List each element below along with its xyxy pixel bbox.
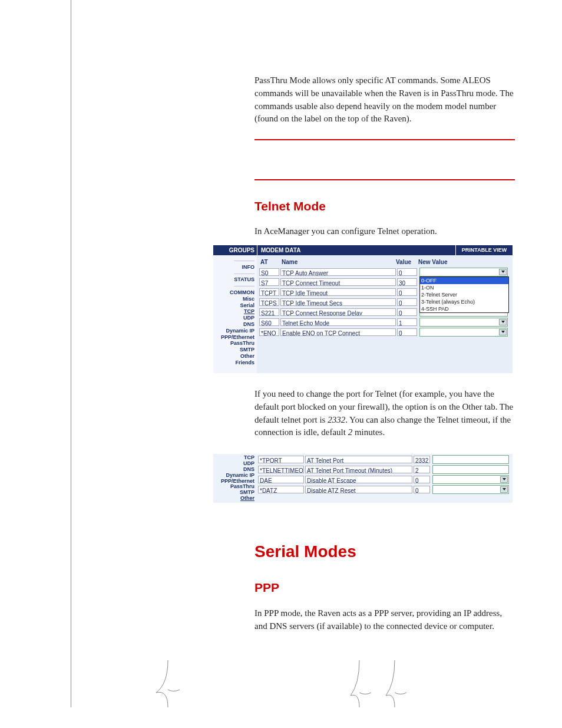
acemanager-screenshot-tcp: GROUPS MODEM DATA PRINTABLE VIEW -------… [213, 245, 513, 373]
at-cell: S0 [259, 268, 279, 276]
nav-common[interactable]: COMMON [213, 289, 254, 296]
at-cell: TCPS [259, 298, 279, 306]
telnet-paragraph-1: In AceManager you can configure Telnet o… [254, 225, 515, 238]
dropdown-option[interactable]: 4-SSH PAD [420, 305, 508, 312]
new-value-select[interactable] [432, 485, 509, 494]
value-cell: 2332 [414, 456, 430, 463]
dropdown-option[interactable]: 3-Telnet (always Echo) [420, 298, 508, 305]
col-new-value: New Value [418, 259, 508, 265]
column-headers: AT Name Value New Value [259, 258, 508, 268]
value-cell: 0 [414, 486, 430, 493]
nav-divider: -------------- [213, 258, 254, 264]
name-cell: TCP Auto Answer [280, 268, 396, 276]
at-cell: S221 [259, 308, 279, 316]
dropdown-option[interactable]: 1-ON [420, 284, 508, 291]
new-value-select[interactable] [432, 475, 509, 484]
new-value-select[interactable] [419, 318, 508, 327]
nav-other[interactable]: Other [213, 353, 254, 360]
nav-smtp[interactable]: SMTP [213, 347, 254, 353]
table-row: *TELNETTIMEOUTAT Telnet Port Timeout (Mi… [258, 465, 509, 474]
printable-view-link[interactable]: PRINTABLE VIEW [456, 245, 513, 255]
nav-serial[interactable]: Serial [213, 302, 254, 309]
name-cell: Telnet Echo Mode [280, 318, 396, 326]
name-cell: TCP Idle Timeout Secs [280, 298, 396, 306]
dropdown-option[interactable]: 0-OFF [420, 277, 508, 284]
nav-divider: -------------- [213, 271, 254, 277]
name-cell: AT Telnet Port [305, 456, 412, 463]
col-name: Name [282, 259, 396, 265]
at-cell: *TPORT [258, 456, 304, 463]
new-value-select[interactable] [419, 268, 508, 276]
nav-info[interactable]: INFO [213, 264, 254, 271]
modem-data-header: MODEM DATA [257, 245, 456, 255]
at-cell: TCPT [259, 288, 279, 296]
name-cell: TCP Idle Timeout [280, 288, 396, 296]
decorative-curve [383, 660, 424, 707]
table-row: *TPORTAT Telnet Port2332 [258, 455, 509, 464]
nav-passthru[interactable]: PassThru [213, 340, 254, 347]
table-row: DAEDisable AT Escape0 [258, 475, 509, 484]
nav-status[interactable]: STATUS [213, 276, 254, 283]
table-row: *ENQEnable ENQ on TCP Connect0 [259, 328, 508, 337]
table-row: *DATZDisable ATZ Reset0 [258, 485, 509, 494]
name-cell: TCP Connect Timeout [280, 278, 396, 286]
new-value-input[interactable] [432, 465, 509, 474]
nav-tcp[interactable]: TCP [213, 308, 254, 315]
new-value-input[interactable] [432, 455, 509, 464]
ppp-paragraph: In PPP mode, the Raven acts as a PPP ser… [254, 607, 515, 633]
at-cell: *TELNETTIMEOUT [258, 466, 304, 473]
dropdown-option[interactable]: 2-Telnet Server [420, 291, 508, 298]
value-cell: 2 [414, 466, 430, 473]
value-cell: 0 [397, 268, 417, 276]
name-cell: Enable ENQ on TCP Connect [280, 328, 396, 336]
dropdown-list[interactable]: 0-OFF1-ON2-Telnet Server3-Telnet (always… [419, 276, 509, 313]
nav-udp[interactable]: UDP [213, 315, 254, 321]
intro-paragraph: PassThru Mode allows only specific AT co… [254, 74, 515, 126]
groups-header: GROUPS [213, 245, 257, 255]
acemanager-screenshot-other: TCP UDP DNS Dynamic IP PPP/Ethernet Pass… [213, 454, 513, 503]
at-cell: *DATZ [258, 486, 304, 493]
table-row: S60Telnet Echo Mode1 [259, 318, 508, 327]
table-row: S0TCP Auto Answer0 [259, 268, 508, 276]
heading-serial-modes: Serial Modes [254, 542, 356, 561]
red-rule [254, 139, 515, 140]
at-cell: DAE [258, 476, 304, 483]
decorative-curve [150, 660, 186, 707]
value-cell: 30 [397, 278, 417, 286]
name-cell: Disable ATZ Reset [305, 486, 412, 493]
left-divider [71, 0, 71, 707]
col-value: Value [396, 259, 418, 265]
nav-dns[interactable]: DNS [213, 321, 254, 328]
at-cell: S60 [259, 318, 279, 326]
value-cell: 0 [397, 288, 417, 296]
value-cell: 0 [397, 298, 417, 306]
left-nav-2: TCP UDP DNS Dynamic IP PPP/Ethernet Pass… [213, 454, 257, 503]
heading-ppp: PPP [254, 581, 279, 595]
name-cell: Disable AT Escape [305, 476, 412, 483]
heading-telnet-mode: Telnet Mode [254, 199, 326, 213]
left-nav: -------------- INFO -------------- STATU… [213, 255, 257, 373]
nav-misc[interactable]: Misc [213, 296, 254, 302]
name-cell: TCP Connect Response Delay [280, 308, 396, 316]
nav-ppp-ethernet[interactable]: PPP/Ethernet [213, 334, 254, 341]
value-cell: 0 [397, 328, 417, 336]
nav-divider: -------------- [213, 283, 254, 289]
at-cell: S7 [259, 278, 279, 286]
value-cell: 0 [397, 308, 417, 316]
value-cell: 1 [397, 318, 417, 326]
value-cell: 0 [414, 476, 430, 483]
name-cell: AT Telnet Port Timeout (Minutes) [305, 466, 412, 473]
red-rule [254, 179, 515, 180]
at-cell: *ENQ [259, 328, 279, 336]
telnet-paragraph-2: If you need to change the port for Telne… [254, 388, 515, 439]
nav-friends[interactable]: Friends [213, 360, 254, 366]
nav-dynamic-ip[interactable]: Dynamic IP [213, 328, 254, 334]
col-at: AT [260, 259, 282, 265]
new-value-select[interactable] [419, 328, 508, 337]
nav-other[interactable]: Other [213, 496, 254, 502]
